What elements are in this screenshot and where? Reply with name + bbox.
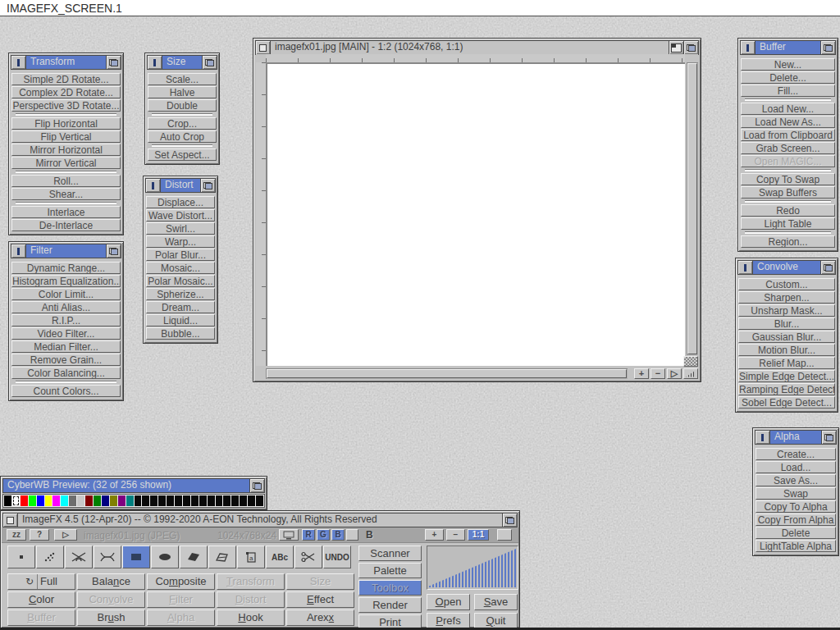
buffer-titlebar[interactable]: Buffer xyxy=(740,40,836,55)
menu-button[interactable]: Custom... xyxy=(738,278,835,290)
depth-gadget[interactable] xyxy=(820,261,835,274)
convolve-titlebar[interactable]: Convolve xyxy=(737,260,836,275)
render-button[interactable]: Render xyxy=(358,597,422,613)
palette-swatch[interactable] xyxy=(45,495,52,506)
palette-swatch[interactable] xyxy=(135,495,142,506)
freehand-tool-button[interactable] xyxy=(208,546,236,568)
depth-gadget[interactable] xyxy=(821,431,836,444)
menu-button[interactable]: De-Interlace xyxy=(11,219,121,231)
hook-button[interactable]: Hook xyxy=(217,609,285,626)
menu-button[interactable]: Load New As... xyxy=(741,116,835,128)
depth-gadget[interactable] xyxy=(106,56,121,69)
menu-button[interactable]: Delete xyxy=(756,527,836,539)
toolbox-button[interactable]: Toolbox xyxy=(358,580,422,596)
palette-swatch[interactable] xyxy=(240,495,247,506)
help-button[interactable]: ? xyxy=(30,529,49,541)
image-titlebar[interactable]: imagefx01.jpg [MAIN] - 1:2 (1024x768, 1:… xyxy=(255,40,699,55)
palette-swatch[interactable] xyxy=(199,495,207,506)
polygon-tool-button[interactable] xyxy=(180,546,208,568)
menu-button[interactable]: Wave Distort... xyxy=(146,209,215,221)
menu-button[interactable]: Set Aspect... xyxy=(148,148,217,161)
menu-button[interactable]: Perspective 3D Rotate... xyxy=(11,99,121,112)
palette-swatch[interactable] xyxy=(216,495,223,506)
alpha-titlebar[interactable]: Alpha xyxy=(755,430,837,445)
filter-titlebar[interactable]: Filter xyxy=(11,244,121,258)
menu-button[interactable]: Median Filter... xyxy=(11,340,121,353)
palette-swatch[interactable] xyxy=(77,495,84,506)
crop-scissors-tool-button[interactable] xyxy=(294,546,322,568)
menu-button[interactable]: Mirror Vertical xyxy=(11,157,121,169)
menu-button[interactable]: Spherize... xyxy=(146,288,215,300)
text-tool-button[interactable]: ABc xyxy=(266,546,294,568)
save-button[interactable]: Save xyxy=(474,594,518,610)
menu-button[interactable]: Roll... xyxy=(11,175,121,187)
quit-button[interactable]: Quit xyxy=(474,613,518,629)
zoom-gadget[interactable] xyxy=(669,41,683,54)
line-tool-button[interactable] xyxy=(65,546,93,568)
palette-swatch[interactable] xyxy=(150,495,158,506)
color-button[interactable]: Color xyxy=(7,591,75,608)
menu-button[interactable]: Mosaic... xyxy=(146,262,215,274)
menu-button[interactable]: Delete... xyxy=(741,71,835,84)
palette-swatch[interactable] xyxy=(102,495,109,506)
palette-swatch[interactable] xyxy=(61,495,68,506)
menu-button[interactable]: Auto Crop xyxy=(148,130,217,143)
palette-button[interactable]: Palette xyxy=(358,563,422,578)
prefs-button[interactable]: Prefs xyxy=(427,613,470,629)
menu-button[interactable]: Load New... xyxy=(741,103,835,115)
menu-button[interactable]: Double xyxy=(148,99,217,112)
menu-button[interactable]: Gaussian Blur... xyxy=(738,331,835,343)
menu-button[interactable]: Sharpen... xyxy=(738,291,835,304)
menu-button[interactable]: Histogram Equalization... xyxy=(11,275,121,287)
menu-button[interactable]: Relief Map... xyxy=(738,357,835,369)
distort-titlebar[interactable]: Distort xyxy=(145,178,216,193)
size-titlebar[interactable]: Size xyxy=(147,55,217,70)
palette-swatch[interactable] xyxy=(175,495,182,506)
arexx-button[interactable]: Arexx xyxy=(286,609,354,626)
depth-gadget[interactable] xyxy=(249,479,264,492)
red-channel-toggle[interactable]: R xyxy=(302,529,315,541)
menu-button[interactable]: Anti Alias... xyxy=(11,301,121,313)
balance-button[interactable]: Balance xyxy=(77,573,145,590)
palette-swatch[interactable] xyxy=(12,495,20,506)
brush-tool-button[interactable]: a xyxy=(237,546,265,568)
menu-button[interactable]: Motion Blur... xyxy=(738,344,835,356)
horizontal-scrollbar[interactable] xyxy=(266,368,628,379)
oval-tool-button[interactable] xyxy=(151,546,179,568)
menu-button[interactable]: Ramping Edge Detect xyxy=(738,383,835,395)
iconify-gadget[interactable] xyxy=(741,41,756,54)
menu-button[interactable]: Polar Blur... xyxy=(146,249,215,261)
menu-button[interactable]: Bubble... xyxy=(146,327,215,340)
menu-button[interactable]: Swap xyxy=(756,487,836,500)
airbrush-tool-button[interactable] xyxy=(36,546,64,568)
menu-button[interactable]: Color Balancing... xyxy=(11,367,121,379)
menu-button[interactable]: Polar Mosaic... xyxy=(146,275,215,287)
palette-swatch[interactable] xyxy=(126,495,134,506)
palette-titlebar[interactable]: CyberWB Preview: (32 of 256 shown) xyxy=(2,478,265,493)
full-button[interactable]: ↻Full xyxy=(7,573,75,590)
menu-button[interactable]: Fill... xyxy=(741,84,835,97)
menu-button[interactable]: Warp... xyxy=(146,235,215,248)
brush-button[interactable]: Brush xyxy=(77,609,145,626)
iconify-gadget[interactable] xyxy=(11,244,26,258)
palette-swatch[interactable] xyxy=(142,495,149,506)
menu-button[interactable]: Flip Vertical xyxy=(11,130,121,143)
image-canvas[interactable] xyxy=(267,63,685,366)
palette-swatch[interactable] xyxy=(4,495,11,506)
box-tool-button[interactable] xyxy=(122,546,150,568)
iconify-gadget[interactable] xyxy=(738,261,753,274)
menu-button[interactable]: LightTable Alpha xyxy=(756,540,836,552)
open-button[interactable]: Open xyxy=(427,594,470,610)
menu-button[interactable]: R.I.P... xyxy=(11,314,121,326)
menu-button[interactable]: Light Table xyxy=(741,217,835,230)
menu-button[interactable]: Unsharp Mask... xyxy=(738,304,835,317)
menu-button[interactable]: Copy To Swap xyxy=(741,173,835,185)
main-titlebar[interactable]: ImageFX 4.5 (12-Apr-20) -- © 1992-2020 A… xyxy=(2,513,518,527)
menu-button[interactable]: Color Limit... xyxy=(11,288,121,300)
menu-button[interactable]: Swirl... xyxy=(146,222,215,235)
undo-button[interactable]: UNDO xyxy=(323,546,351,568)
menu-button[interactable]: Load from Clipboard xyxy=(741,129,835,141)
scanner-button[interactable]: Scanner xyxy=(358,546,422,561)
menu-button[interactable]: Simple Edge Detect... xyxy=(738,370,835,382)
menu-button[interactable]: Load... xyxy=(756,461,836,473)
